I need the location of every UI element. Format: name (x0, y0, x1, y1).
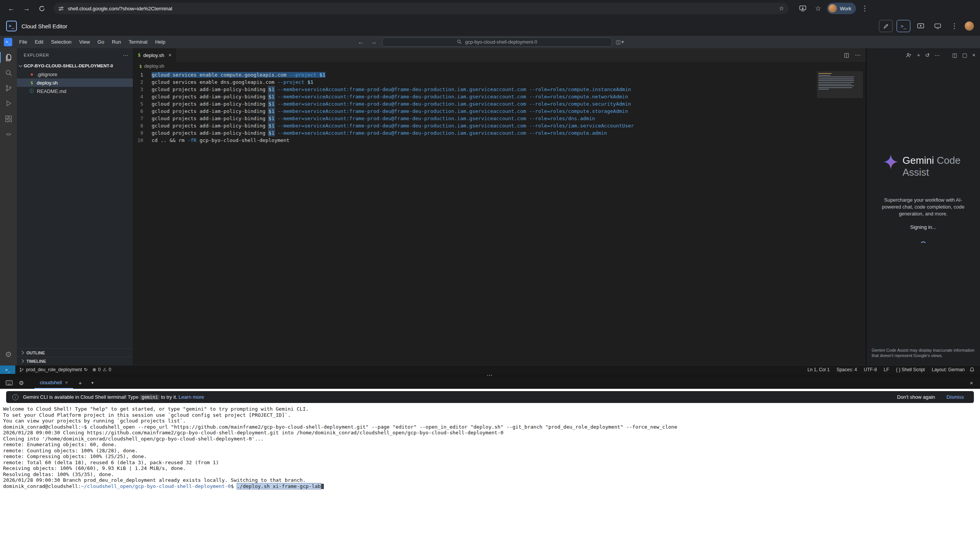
explorer-more-button[interactable]: ⋯ (123, 52, 128, 58)
workspace-root-folder[interactable]: GCP-BYO-CLOUD-SHELL-DEPLOYMENT-0 (17, 62, 133, 70)
terminal-text: Resolving deltas: 100% (35/35), done. (3, 471, 114, 477)
remote-indicator[interactable]: >_ (0, 365, 15, 374)
section-outline[interactable]: OUTLINE (17, 348, 133, 357)
browser-menu-button[interactable]: ⋮ (858, 2, 871, 15)
workbench-logo-icon: >_ (4, 38, 12, 46)
web-preview-button[interactable] (914, 20, 927, 32)
language-mode[interactable]: { } Shell Script (896, 367, 925, 372)
history-forward-button[interactable]: → (369, 39, 379, 46)
gemini-disclaimer: Gemini Code Assist may display inaccurat… (872, 347, 975, 358)
new-chat-button[interactable]: + (917, 52, 920, 58)
panel-close-button[interactable]: × (972, 52, 975, 58)
menu-item-help[interactable]: Help (151, 38, 169, 46)
minimap[interactable] (817, 71, 863, 186)
eol[interactable]: LF (884, 367, 889, 372)
code-line-2[interactable]: 2gcloud services enable dns.googleapis.c… (133, 78, 866, 86)
terminal-keyboard-button[interactable] (4, 378, 15, 388)
code-token (274, 101, 278, 107)
history-icon[interactable]: ↺ (925, 52, 930, 58)
code-editor[interactable]: 1gcloud services enable compute.googleap… (133, 70, 866, 365)
code-token: --role=roles/iam.serviceAccountUser (529, 123, 634, 129)
menu-item-edit[interactable]: Edit (31, 38, 47, 46)
menu-item-go[interactable]: Go (94, 38, 108, 46)
problems-indicator[interactable]: ⊗ 0 ⚠ 0 (92, 367, 111, 372)
browser-forward-button[interactable]: → (20, 2, 33, 15)
menu-item-view[interactable]: View (75, 38, 94, 46)
file-item-README-md[interactable]: ⓘREADME.md (17, 87, 133, 95)
dismiss-button[interactable]: Dismiss (947, 394, 964, 400)
panel-split-button[interactable]: ◫ (952, 52, 957, 58)
dont-show-again-button[interactable]: Don't show again (897, 394, 935, 400)
settings-gear-icon[interactable]: ⚙ (0, 347, 17, 362)
browser-back-button[interactable]: ← (5, 2, 18, 15)
keyboard-layout[interactable]: Layout: German (932, 367, 965, 372)
code-line-6[interactable]: 6gcloud projects add-iam-policy-binding … (133, 108, 866, 115)
open-terminal-button[interactable]: >_ (897, 20, 910, 32)
code-line-8[interactable]: 8gcloud projects add-iam-policy-binding … (133, 122, 866, 129)
browser-profile-chip[interactable]: Work (827, 3, 856, 14)
indentation[interactable]: Spaces: 4 (836, 367, 857, 372)
tab-close-icon[interactable]: × (168, 52, 172, 58)
code-line-10[interactable]: 10cd .. && rm -fR gcp-byo-cloud-shell-de… (133, 137, 866, 144)
terminal-output[interactable]: Welcome to Cloud Shell! Type "help" to g… (0, 403, 980, 489)
new-terminal-button[interactable]: + (75, 378, 85, 388)
browser-star-button[interactable]: ☆ (812, 2, 825, 15)
code-line-3[interactable]: 3gcloud projects add-iam-policy-binding … (133, 86, 866, 93)
file-item--gitignore[interactable]: ◆.gitignore (17, 70, 133, 78)
editor-mode-button[interactable] (879, 20, 893, 32)
section-timeline[interactable]: TIMELINE (17, 357, 133, 365)
account-add-icon[interactable] (906, 52, 912, 58)
terminal-tab-close-icon[interactable]: × (65, 380, 68, 385)
encoding[interactable]: UTF-8 (864, 367, 877, 372)
cursor-position[interactable]: Ln 1, Col 1 (807, 367, 830, 372)
activity-cloud-code[interactable]: <> (0, 126, 17, 142)
terminal-panel[interactable]: i Gemini CLI is available in Cloud Shell… (0, 389, 980, 535)
history-back-button[interactable]: ← (356, 39, 366, 46)
menu-item-terminal[interactable]: Terminal (125, 38, 151, 46)
code-line-5[interactable]: 5gcloud projects add-iam-policy-binding … (133, 100, 866, 108)
activity-source-control[interactable] (0, 80, 17, 96)
learn-more-link[interactable]: Learn more (179, 394, 204, 400)
notifications-bell[interactable] (969, 367, 980, 372)
branch-indicator[interactable]: prod_deu_role_deployment ↻ (19, 367, 88, 372)
user-avatar[interactable] (965, 21, 974, 31)
browser-reload-button[interactable] (35, 2, 48, 15)
file-item-deploy-sh[interactable]: $deploy.sh (17, 78, 133, 87)
activity-search[interactable] (0, 65, 17, 80)
panel-maximize-button[interactable]: ▢ (962, 52, 967, 58)
menubar: >_ FileEditSelectionViewGoRunTerminalHel… (0, 36, 980, 48)
activity-extensions[interactable] (0, 111, 17, 126)
activity-run-debug[interactable] (0, 96, 17, 111)
panel-more-button[interactable]: ⋯ (934, 52, 940, 58)
panel-resize-handle[interactable]: ••• (0, 374, 980, 377)
tab-share-button[interactable] (796, 2, 809, 15)
tab-deploy-sh[interactable]: $ deploy.sh × (133, 48, 176, 62)
close-panel-button[interactable]: × (970, 380, 973, 386)
bookmark-star-icon[interactable]: ☆ (779, 5, 784, 12)
open-new-window-button[interactable] (931, 20, 944, 32)
menu-item-file[interactable]: File (15, 38, 31, 46)
menu-item-selection[interactable]: Selection (47, 38, 75, 46)
editor-more-button[interactable]: ⋯ (855, 52, 861, 59)
split-editor-button[interactable]: ◫ (844, 52, 849, 59)
terminal-dropdown-button[interactable]: ▾ (87, 378, 98, 388)
loading-spinner (920, 241, 927, 248)
minimap-line (818, 78, 854, 79)
customize-layout-button[interactable]: ◫ ▾ (616, 39, 624, 45)
terminal-tab-label: cloudshell (40, 380, 62, 385)
terminal-tab-cloudshell[interactable]: cloudshell × (34, 377, 73, 389)
command-center-search[interactable]: gcp-byo-cloud-shell-deployment-0 (382, 38, 612, 47)
code-line-1[interactable]: 1gcloud services enable compute.googleap… (133, 71, 866, 78)
breadcrumb[interactable]: $ deploy.sh (133, 62, 866, 70)
reload-icon (39, 5, 45, 12)
code-line-4[interactable]: 4gcloud projects add-iam-policy-binding … (133, 93, 866, 100)
code-line-9[interactable]: 9gcloud projects add-iam-policy-binding … (133, 129, 866, 137)
menu-item-run[interactable]: Run (108, 38, 125, 46)
address-bar[interactable]: shell.cloud.google.com/?show=ide%2Ctermi… (54, 3, 789, 14)
activity-explorer[interactable] (0, 50, 17, 65)
terminal-settings-button[interactable]: ⚙ (16, 378, 27, 388)
terminal-text: dominik_conrad@cloudshell: (3, 483, 81, 489)
titlebar-more-button[interactable]: ⋮ (948, 20, 961, 32)
terminal-line: dominik_conrad@cloudshell:~/cloudshell_o… (3, 483, 980, 489)
code-line-7[interactable]: 7gcloud projects add-iam-policy-binding … (133, 115, 866, 122)
